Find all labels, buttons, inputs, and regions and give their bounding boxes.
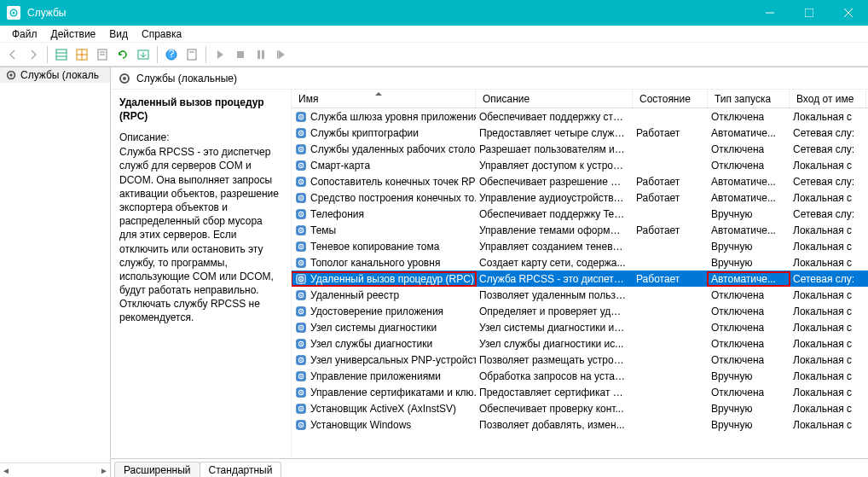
table-row[interactable]: ТелефонияОбеспечивает поддержку Tele...В… (292, 206, 868, 222)
cell-description: Управляет доступом к устрой... (476, 159, 633, 172)
detail-pane: Удаленный вызов процедур (RPC) Описание:… (111, 90, 292, 458)
table-row[interactable]: Тополог канального уровняСоздает карту с… (292, 254, 868, 270)
cell-description: Позволяет удаленным пользо... (476, 288, 633, 302)
app-icon (7, 6, 20, 20)
service-icon (295, 419, 307, 431)
service-icon (295, 289, 307, 301)
table-row[interactable]: Средство построения конечных то...Управл… (292, 189, 868, 206)
cell-description: Обеспечивает разрешение ид... (476, 175, 633, 189)
menu-file[interactable]: Файл (5, 26, 44, 42)
table-row[interactable]: Службы удаленных рабочих столовРазрешает… (292, 141, 868, 157)
table-row[interactable]: Удостоверение приложенияОпределяет и про… (292, 303, 868, 319)
help-icon[interactable]: ? (162, 45, 181, 64)
cell-logon: Локальная с (790, 353, 866, 367)
menu-bar: Файл Действие Вид Справка (0, 26, 868, 43)
cell-description: Обработка запросов на устан... (476, 369, 633, 383)
column-description[interactable]: Описание (476, 90, 633, 108)
tree-hscroll[interactable]: ◄ ► (0, 462, 110, 477)
menu-action[interactable]: Действие (44, 26, 103, 42)
tab-standard[interactable]: Стандартный (200, 462, 282, 477)
main-area: Службы (локаль ◄ ► Службы (локальные) Уд… (0, 67, 868, 477)
cell-logon: Сетевая слу: (790, 175, 866, 189)
scroll-left-icon[interactable]: ◄ (2, 466, 10, 475)
forward-button (24, 45, 43, 64)
table-row[interactable]: ТемыУправление темами оформле...Работает… (292, 222, 868, 238)
list-view-icon[interactable] (52, 45, 71, 64)
properties-icon-2[interactable] (182, 45, 201, 64)
cell-name: Узел системы диагностики (292, 321, 476, 334)
table-row[interactable]: Службы криптографииПредоставляет четыре … (292, 125, 868, 141)
refresh-icon[interactable] (113, 45, 132, 64)
table-row[interactable]: Установщик ActiveX (AxInstSV)Обеспечивае… (292, 400, 868, 416)
svg-point-51 (300, 230, 302, 231)
cell-state (633, 213, 708, 215)
cell-name: Управление сертификатами и клю... (292, 386, 476, 399)
table-row[interactable]: Узел универсальных PNP-устройствПозволяе… (292, 352, 868, 368)
table-row[interactable]: Узел системы диагностикиУзел системы диа… (292, 319, 868, 335)
cell-logon: Локальная с (790, 256, 866, 270)
svg-point-63 (300, 294, 302, 296)
column-state[interactable]: Состояние (633, 90, 708, 108)
cell-name: Темы (292, 224, 476, 237)
service-icon (295, 241, 307, 253)
detail-view-icon[interactable] (72, 45, 91, 64)
cell-name: Службы удаленных рабочих столов (292, 143, 476, 156)
menu-help[interactable]: Справка (135, 26, 188, 42)
svg-point-39 (300, 165, 302, 166)
content-header: Службы (локальные) (111, 67, 868, 90)
service-icon (295, 387, 307, 398)
cell-state: Работает (633, 191, 708, 205)
table-row[interactable]: Удаленный реестрПозволяет удаленным поль… (292, 287, 868, 303)
menu-view[interactable]: Вид (102, 26, 135, 42)
table-row[interactable]: Смарт-картаУправляет доступом к устрой..… (292, 157, 868, 173)
tree-root-node[interactable]: Службы (локаль (0, 67, 110, 83)
column-logon[interactable]: Вход от име (790, 90, 866, 108)
cell-logon: Локальная с (790, 110, 866, 124)
table-row[interactable]: Удаленный вызов процедур (RPC)Служба RPC… (292, 270, 868, 287)
export-icon[interactable] (134, 45, 153, 64)
close-button[interactable] (829, 0, 868, 26)
svg-rect-23 (277, 50, 279, 59)
column-headers: Имя Описание Состояние Тип запуска Вход … (292, 90, 868, 108)
cell-name: Тополог канального уровня (292, 256, 476, 270)
service-icon (295, 160, 307, 172)
cell-startup: Отключена (708, 143, 790, 156)
cell-startup: Вручную (708, 207, 790, 221)
cell-logon: Сетевая слу: (790, 143, 866, 156)
table-row[interactable]: Сопоставитель конечных точек RPCОбеспечи… (292, 173, 868, 189)
service-icon (295, 403, 307, 415)
table-row[interactable]: Установщик WindowsПозволяет добавлять, и… (292, 416, 868, 433)
cell-name: Службы криптографии (292, 126, 476, 140)
svg-point-45 (300, 197, 302, 199)
cell-description: Обеспечивает поддержку сто... (476, 110, 633, 124)
selected-service-name: Удаленный вызов процедур (RPC) (119, 96, 282, 123)
table-row[interactable]: Теневое копирование томаУправляет создан… (292, 238, 868, 254)
minimize-button[interactable] (750, 0, 790, 26)
cell-logon: Локальная с (790, 337, 866, 351)
table-row[interactable]: Управление сертификатами и клю...Предост… (292, 384, 868, 400)
cell-name: Средство построения конечных то... (292, 191, 476, 205)
table-row[interactable]: Управление приложениямиОбработка запросо… (292, 368, 868, 384)
properties-icon[interactable] (93, 45, 112, 64)
scroll-right-icon[interactable]: ► (100, 466, 108, 475)
column-name[interactable]: Имя (292, 90, 476, 108)
cell-state (633, 116, 708, 118)
cell-state: Работает (633, 224, 708, 237)
description-text: Служба RPCSS - это диспетчер служб для с… (119, 145, 282, 324)
maximize-button[interactable] (790, 0, 829, 26)
table-row[interactable]: Служба шлюза уровня приложенияОбеспечива… (292, 108, 868, 125)
service-icon (295, 176, 307, 188)
service-icon (295, 257, 307, 269)
column-startup[interactable]: Тип запуска (708, 90, 790, 108)
cell-description: Служба RPCSS - это диспетче... (476, 272, 633, 286)
svg-point-75 (300, 359, 302, 361)
cell-startup: Отключена (708, 353, 790, 367)
cell-logon: Локальная с (790, 224, 866, 237)
cell-name: Удостоверение приложения (292, 305, 476, 318)
service-icon (295, 208, 307, 220)
cell-logon: Локальная с (790, 159, 866, 172)
cell-startup: Отключена (708, 110, 790, 124)
tab-extended[interactable]: Расширенный (114, 462, 200, 477)
table-row[interactable]: Узел службы диагностикиУзел службы диагн… (292, 335, 868, 352)
toolbar-separator (205, 46, 206, 63)
